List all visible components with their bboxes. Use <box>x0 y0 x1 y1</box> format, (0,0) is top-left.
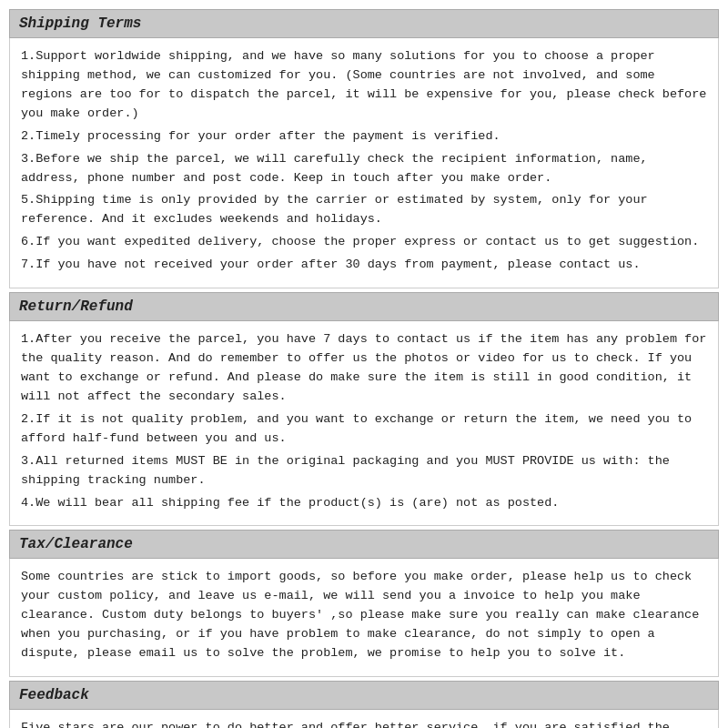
paragraph: 2.If it is not quality problem, and you … <box>21 410 707 449</box>
section-header-return-refund: Return/Refund <box>9 292 719 321</box>
section-body-return-refund: 1.After you receive the parcel, you have… <box>9 321 719 526</box>
section-body-shipping-terms: 1.Support worldwide shipping, and we hav… <box>9 38 719 288</box>
section-body-tax-clearance: Some countries are stick to import goods… <box>9 559 719 677</box>
page-wrapper: Shipping Terms1.Support worldwide shippi… <box>0 0 728 728</box>
paragraph: 1.Support worldwide shipping, and we hav… <box>21 47 707 124</box>
section-tax-clearance: Tax/ClearanceSome countries are stick to… <box>9 530 719 677</box>
paragraph: 2.Timely processing for your order after… <box>21 127 707 147</box>
section-header-shipping-terms: Shipping Terms <box>9 9 719 38</box>
paragraph: 7.If you have not received your order af… <box>21 256 707 275</box>
paragraph: Some countries are stick to import goods… <box>21 568 707 663</box>
section-return-refund: Return/Refund1.After you receive the par… <box>9 292 719 526</box>
section-header-feedback: Feedback <box>9 681 719 710</box>
paragraph: 3.All returned items MUST BE in the orig… <box>21 452 707 490</box>
section-body-feedback: Five stars are our power to do better an… <box>9 710 719 728</box>
section-header-tax-clearance: Tax/Clearance <box>9 530 719 559</box>
paragraph: 3.Before we ship the parcel, we will car… <box>21 150 707 188</box>
section-shipping-terms: Shipping Terms1.Support worldwide shippi… <box>9 9 719 288</box>
paragraph: Five stars are our power to do better an… <box>21 719 707 728</box>
section-feedback: FeedbackFive stars are our power to do b… <box>9 681 719 728</box>
paragraph: 4.We will bear all shipping fee if the p… <box>21 494 707 513</box>
paragraph: 1.After you receive the parcel, you have… <box>21 330 707 407</box>
paragraph: 5.Shipping time is only provided by the … <box>21 191 707 229</box>
paragraph: 6.If you want expedited delivery, choose… <box>21 233 707 252</box>
